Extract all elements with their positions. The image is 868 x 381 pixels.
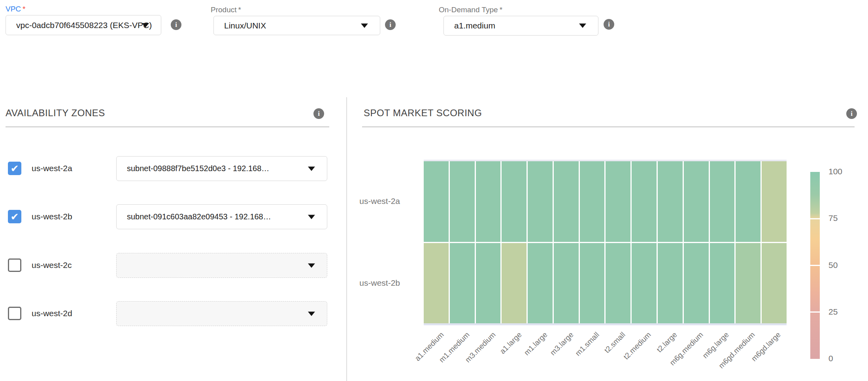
heatmap-col-label-m1.small: m1.small (574, 330, 601, 358)
dropdown-arrow-icon (308, 263, 315, 268)
heatmap-col-label-t2.medium: t2.medium (622, 330, 653, 361)
spot-market-scoring-info-icon[interactable]: i (846, 108, 857, 119)
az-checkbox-us-west-2c[interactable] (8, 258, 21, 272)
az-zone-label-us-west-2c: us-west-2c (32, 260, 72, 270)
subnet-select-us-west-2d[interactable] (116, 301, 327, 326)
heatmap-col-label-t2.small: t2.small (602, 330, 627, 355)
az-zone-label-us-west-2d: us-west-2d (32, 309, 72, 318)
checkmark-icon: ✔ (11, 212, 19, 222)
subnet-select-value: subnet-09888f7be5152d0e3 - 192.168… (127, 164, 269, 173)
dropdown-arrow-icon (308, 215, 315, 219)
subnet-select-us-west-2c[interactable] (116, 253, 327, 278)
heatmap-cell-us-west-2a-t2.large (658, 161, 683, 242)
checkmark-icon: ✔ (11, 164, 19, 174)
product-label: Product* (211, 6, 241, 14)
heatmap-cell-us-west-2b-m6g.medium (684, 243, 709, 324)
heatmap-cell-us-west-2b-a1.large (502, 243, 526, 324)
subnet-select-us-west-2b[interactable]: subnet-091c603aa82e09453 - 192.168… (116, 204, 327, 229)
heatmap-cell-us-west-2a-m1.small (580, 161, 605, 242)
heatmap-cell-us-west-2a-t2.medium (632, 161, 657, 242)
az-checkbox-us-west-2a[interactable]: ✔ (8, 162, 21, 175)
availability-zones-info-icon[interactable]: i (313, 108, 324, 119)
product-info-icon[interactable]: i (385, 19, 396, 30)
heatmap-cell-us-west-2b-m1.small (580, 243, 605, 324)
dropdown-arrow-icon (308, 311, 315, 316)
az-zone-label-us-west-2b: us-west-2b (32, 212, 72, 221)
heatmap-cell-us-west-2a-t2.small (606, 161, 630, 242)
heatmap-cell-us-west-2a-m6g.medium (684, 161, 709, 242)
heatmap-col-label-m1.large: m1.large (523, 330, 549, 357)
subnet-select-us-west-2a[interactable]: subnet-09888f7be5152d0e3 - 192.168… (116, 156, 327, 181)
heatmap-cell-us-west-2b-t2.medium (632, 243, 657, 324)
vpc-select[interactable]: vpc-0adcb70f645508223 (EKS-VPC) (6, 15, 161, 35)
heatmap-cell-us-west-2b-m3.large (554, 243, 579, 324)
heatmap-cell-us-west-2b-a1.medium (424, 243, 449, 324)
subnet-select-value: subnet-091c603aa82e09453 - 192.168… (127, 212, 271, 221)
required-asterisk: * (238, 6, 241, 14)
section-vertical-divider (346, 97, 347, 381)
colorbar-tick-line-50 (810, 265, 820, 266)
heatmap-cell-us-west-2a-m1.medium (450, 161, 475, 242)
on-demand-type-select-value: a1.medium (454, 21, 495, 30)
heatmap-col-label-m3.large: m3.large (548, 330, 575, 357)
az-checkbox-us-west-2b[interactable]: ✔ (8, 210, 21, 223)
dropdown-arrow-icon (308, 166, 315, 171)
on-demand-type-info-icon[interactable]: i (604, 19, 614, 30)
heatmap-cell-us-west-2a-m6gd.large (762, 161, 787, 242)
required-asterisk: * (23, 5, 25, 13)
heatmap-cell-us-west-2b-t2.small (606, 243, 630, 324)
heatmap-cell-us-west-2a-m3.medium (476, 161, 501, 242)
heatmap-cell-us-west-2a-a1.large (502, 161, 526, 242)
heatmap-cell-us-west-2b-m1.medium (450, 243, 475, 324)
vpc-info-icon[interactable]: i (171, 19, 181, 30)
colorbar-tick-label-25: 25 (828, 307, 838, 317)
dropdown-arrow-icon (142, 23, 149, 27)
on-demand-type-select[interactable]: a1.medium (443, 16, 598, 36)
heatmap-col-label-a1.large: a1.large (498, 330, 523, 356)
az-zone-label-us-west-2a: us-west-2a (32, 164, 72, 173)
heatmap-cell-us-west-2b-m6gd.large (762, 243, 787, 324)
spot-market-scoring-title: SPOT MARKET SCORING (364, 108, 482, 119)
colorbar-tick-line-75 (810, 218, 820, 219)
availability-zones-title: AVAILABILITY ZONES (6, 108, 105, 119)
vpc-select-value: vpc-0adcb70f645508223 (EKS-VPC) (16, 21, 152, 30)
colorbar-tick-line-25 (810, 311, 820, 313)
heatmap-cell-us-west-2b-m6gd.medium (736, 243, 760, 324)
dropdown-arrow-icon (579, 24, 586, 28)
on-demand-type-label: On-Demand Type* (439, 6, 502, 14)
heatmap-cell-us-west-2a-a1.medium (424, 161, 449, 242)
az-checkbox-us-west-2d[interactable] (8, 307, 21, 320)
heatmap-row-label-us-west-2a: us-west-2a (341, 196, 400, 206)
heatmap-cell-us-west-2a-m6gd.medium (736, 161, 760, 242)
product-select[interactable]: Linux/UNIX (213, 16, 380, 35)
heatmap-col-label-t2.large: t2.large (655, 330, 679, 354)
colorbar-tick-label-100: 100 (828, 167, 842, 176)
heatmap-cell-us-west-2b-t2.large (658, 243, 683, 324)
spot-market-scoring-divider (362, 126, 855, 127)
heatmap-cell-us-west-2b-m1.large (528, 243, 553, 324)
heatmap-cell-us-west-2a-m6g.large (710, 161, 735, 242)
heatmap-bottom-border (424, 323, 787, 325)
heatmap-row-label-us-west-2b: us-west-2b (341, 278, 400, 288)
vpc-label: VPC* (6, 5, 25, 13)
colorbar-tick-label-0: 0 (828, 354, 833, 363)
heatmap-cell-us-west-2b-m6g.large (710, 243, 735, 324)
availability-zones-divider (6, 126, 329, 127)
heatmap-cell-us-west-2a-m3.large (554, 161, 579, 242)
heatmap-cell-us-west-2b-m3.medium (476, 243, 501, 324)
heatmap (424, 161, 787, 323)
colorbar-tick-label-50: 50 (828, 260, 838, 270)
dropdown-arrow-icon (361, 23, 368, 28)
heatmap-colorbar (810, 172, 820, 359)
colorbar-tick-label-75: 75 (828, 213, 838, 223)
required-asterisk: * (500, 6, 502, 14)
product-select-value: Linux/UNIX (224, 21, 266, 30)
heatmap-cell-us-west-2a-m1.large (528, 161, 553, 242)
